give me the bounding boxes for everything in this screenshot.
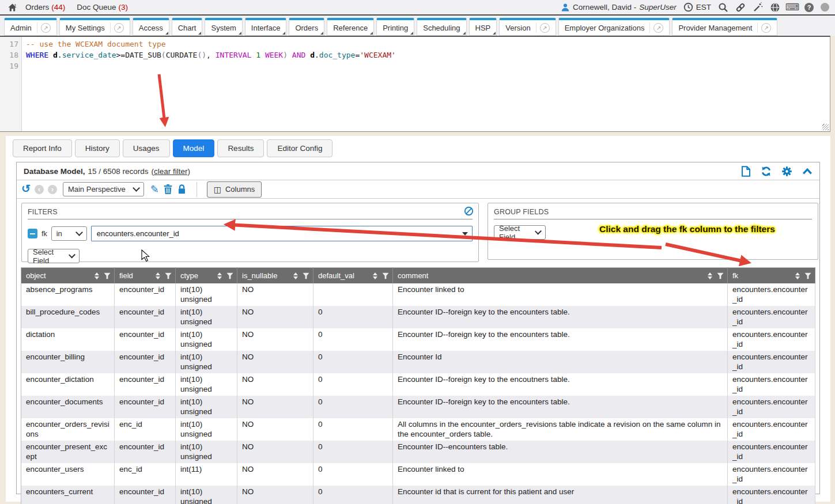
sort-icon[interactable]	[95, 272, 99, 279]
ribbon-tab-interface[interactable]: Interface	[245, 18, 287, 36]
group-fields-title: GROUP FIELDS	[494, 207, 812, 219]
sort-icon[interactable]	[217, 272, 222, 279]
popout-icon[interactable]: ↗	[114, 23, 124, 33]
ribbon-tab-version[interactable]: Version↗	[499, 18, 556, 36]
tab-history[interactable]: History	[75, 139, 120, 157]
wand-icon[interactable]	[753, 2, 763, 13]
cell-comment: Encounter Id	[393, 351, 728, 373]
sort-icon[interactable]	[156, 272, 160, 279]
table-row[interactable]: encounter_dictationencounter_idint(10) u…	[21, 373, 815, 396]
ribbon-tab-employer-organizations[interactable]: Employer Organizations↗	[558, 18, 670, 36]
table-row[interactable]: encounter_billingencounter_idint(10) uns…	[21, 351, 815, 373]
cell-fk: encounters.encounter_id	[728, 396, 815, 418]
ribbon-tab-system[interactable]: System	[205, 18, 242, 36]
column-header-fk[interactable]: fk	[728, 268, 815, 284]
column-header-is-nullable[interactable]: is_nullable	[237, 268, 313, 284]
popout-icon[interactable]: ↗	[540, 23, 550, 33]
cell-default-val: 0	[313, 441, 393, 463]
filter-funnel-icon[interactable]	[804, 272, 811, 279]
table-row[interactable]: dictationencounter_idint(10) unsignedNO0…	[21, 328, 815, 351]
gear-icon[interactable]	[781, 166, 792, 177]
resize-handle[interactable]	[822, 124, 829, 130]
ribbon-tab-admin[interactable]: Admin↗	[4, 18, 57, 36]
ribbon-tab-hsp[interactable]: HSP	[469, 18, 497, 36]
refresh-icon[interactable]	[761, 166, 772, 177]
column-header-comment[interactable]: comment	[393, 268, 728, 284]
current-user[interactable]: Cornewell, David - SuperUser	[561, 3, 677, 12]
popout-icon[interactable]: ↗	[761, 23, 771, 33]
clear-filters-icon[interactable]	[464, 206, 474, 218]
doc-queue-link[interactable]: Doc Queue(3)	[77, 3, 128, 12]
popout-icon[interactable]: ↗	[653, 23, 663, 33]
sql-editor[interactable]: 171819 -- use the WCEXAM document typeWH…	[0, 36, 830, 132]
edit-pencil-icon[interactable]: ✎	[150, 184, 159, 195]
popout-icon[interactable]: ↗	[41, 23, 51, 33]
nav-back-icon[interactable]: ‹	[35, 185, 44, 194]
home-icon[interactable]	[7, 2, 17, 13]
tab-report-info[interactable]: Report Info	[13, 139, 72, 157]
column-header-object[interactable]: object	[21, 268, 115, 284]
ribbon-tab-scheduling[interactable]: Scheduling	[417, 18, 466, 36]
table-row[interactable]: encounter_orders_revisionsenc_idint(10) …	[21, 418, 815, 441]
filter-funnel-icon[interactable]	[165, 272, 172, 279]
table-row[interactable]: encounter_documentsencounter_idint(10) u…	[21, 396, 815, 418]
globe-icon[interactable]	[770, 2, 780, 13]
lock-icon[interactable]	[177, 184, 187, 195]
search-icon[interactable]	[718, 2, 728, 13]
tab-results[interactable]: Results	[217, 139, 264, 157]
ribbon-tab-provider-management[interactable]: Provider Management↗	[672, 18, 777, 36]
tab-usages[interactable]: Usages	[123, 139, 170, 157]
filter-funnel-icon[interactable]	[382, 272, 389, 279]
column-header-ctype[interactable]: ctype	[176, 268, 237, 284]
columns-button[interactable]: ◫ Columns	[207, 181, 262, 198]
filter-funnel-icon[interactable]	[104, 272, 111, 279]
ribbon-tab-chart[interactable]: Chart	[172, 18, 203, 36]
filter-funnel-icon[interactable]	[226, 272, 233, 279]
column-header-default-val[interactable]: default_val	[313, 268, 393, 284]
perspective-select[interactable]: Main Perspective	[63, 182, 144, 196]
combo-caret-icon[interactable]	[462, 232, 468, 236]
timezone-label: EST	[696, 3, 711, 12]
trash-icon[interactable]	[163, 184, 173, 195]
cell-object: encounter_present_except	[21, 441, 115, 463]
sort-icon[interactable]	[708, 272, 712, 279]
column-header-label: object	[26, 271, 95, 280]
new-document-icon[interactable]	[741, 166, 751, 177]
tab-model[interactable]: Model	[173, 139, 215, 157]
help-icon[interactable]: ?	[804, 3, 814, 12]
code-lines[interactable]: -- use the WCEXAM document typeWHERE d.s…	[22, 37, 830, 131]
filters-add-field-select[interactable]: Select Field	[28, 249, 80, 263]
cell-is-nullable: NO	[237, 351, 313, 373]
filter-value-input[interactable]	[91, 226, 473, 241]
ribbon-tab-orders[interactable]: Orders	[289, 18, 324, 36]
table-row[interactable]: encounters_currentencounter_idint(10) un…	[21, 486, 815, 504]
filter-operator-select[interactable]: in	[51, 226, 87, 241]
sort-icon[interactable]	[795, 272, 800, 279]
tab-editor-config[interactable]: Editor Config	[267, 139, 333, 157]
undo-icon[interactable]: ↺	[21, 183, 31, 194]
ribbon-tab-access[interactable]: Access	[133, 18, 169, 36]
filter-funnel-icon[interactable]	[717, 272, 724, 279]
cell-is-nullable: NO	[237, 396, 313, 418]
ribbon-tab-reference[interactable]: Reference	[327, 18, 374, 36]
remove-filter-button[interactable]	[28, 229, 37, 238]
ribbon-tab-printing[interactable]: Printing	[376, 18, 414, 36]
filter-funnel-icon[interactable]	[303, 272, 309, 279]
collapse-chevron-icon[interactable]	[802, 168, 813, 175]
table-row[interactable]: absence_programsencounter_idint(10) unsi…	[21, 283, 815, 306]
table-row[interactable]: encounter_usersenc_idint(11)NO0Encounter…	[21, 463, 815, 486]
column-header-field[interactable]: field	[115, 268, 176, 284]
sort-icon[interactable]	[373, 272, 377, 279]
timezone-indicator[interactable]: EST	[683, 2, 711, 12]
nav-forward-icon[interactable]: ›	[48, 185, 57, 194]
orders-link[interactable]: Orders(44)	[25, 3, 65, 12]
table-row[interactable]: bill_procedure_codesencounter_idint(10) …	[21, 306, 815, 328]
table-row[interactable]: encounter_present_exceptencounter_idint(…	[21, 441, 815, 463]
clear-filter-link[interactable]: (clear filter)	[152, 167, 191, 176]
group-fields-add-field-select[interactable]: Select Field	[494, 225, 546, 240]
keyboard-icon[interactable]: ⌨	[787, 2, 798, 13]
ribbon-tab-label: My Settings	[66, 24, 105, 32]
link-icon[interactable]	[735, 2, 746, 13]
ribbon-tab-my-settings[interactable]: My Settings↗	[59, 18, 130, 36]
sort-icon[interactable]	[293, 272, 298, 279]
